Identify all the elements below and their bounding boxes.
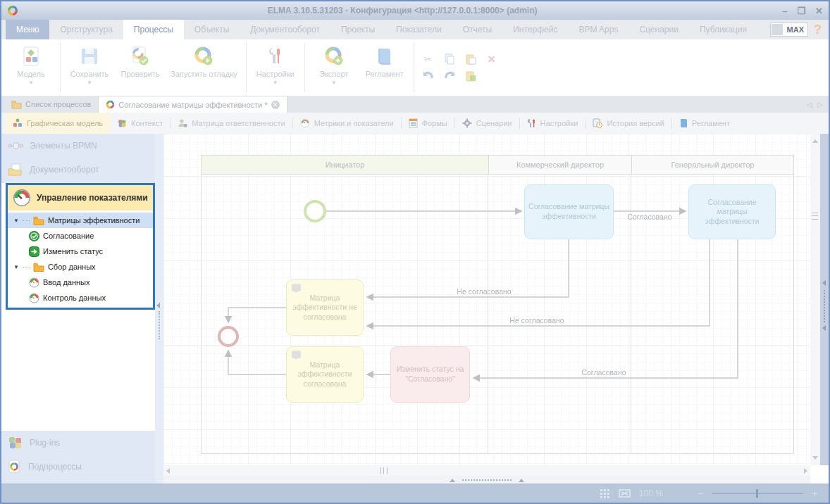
menu-button[interactable]: Меню xyxy=(6,20,49,39)
vertical-scroll-grip[interactable] xyxy=(812,213,818,220)
folder-icon xyxy=(11,100,22,109)
window-title: ELMA 3.10.5.31203 - Конфигурация <http:/… xyxy=(23,6,782,15)
tab-graphic-model[interactable]: Графическая модель xyxy=(6,113,110,134)
diagram-canvas[interactable]: Инициатор Коммерческий директор Генераль… xyxy=(163,134,829,484)
max-toggle[interactable]: MAX xyxy=(770,23,808,37)
tab-objects[interactable]: Объекты xyxy=(184,20,240,39)
collapse-left-icon[interactable] xyxy=(822,325,826,331)
tab-settings-view[interactable]: Настройки xyxy=(520,113,586,134)
tree-item-data-entry[interactable]: Ввод данных xyxy=(8,275,153,290)
tab-docflow[interactable]: Документооборот xyxy=(240,20,330,39)
right-panel-splitter[interactable] xyxy=(820,134,829,465)
sidebar-item-bpmn-elements[interactable]: Элементы BPMN xyxy=(1,134,163,158)
delete-icon[interactable]: ✕ xyxy=(485,53,498,65)
tab-processes[interactable]: Процессы xyxy=(123,20,184,39)
edge-label: Не согласовано xyxy=(509,316,564,325)
export-button[interactable]: Экспорт ▼ xyxy=(309,42,359,94)
scroll-right-icon[interactable] xyxy=(804,468,807,474)
tree-item-agreement[interactable]: Согласование xyxy=(8,228,153,244)
zoom-slider-handle[interactable] xyxy=(756,489,758,498)
tree-item-matrices[interactable]: ▼ Матрицы эффективности xyxy=(8,213,153,228)
sidebar: Элементы BPMN Документооборот Управление… xyxy=(1,134,163,484)
maximize-button[interactable]: ❐ xyxy=(797,6,805,16)
model-button[interactable]: Модель ▼ xyxy=(6,42,56,94)
end-event[interactable] xyxy=(218,326,239,347)
collapse-icon[interactable]: ▼ xyxy=(13,218,19,224)
start-event[interactable] xyxy=(304,200,326,222)
sidebar-item-docflow[interactable]: Документооборот xyxy=(1,158,163,182)
script-change-status[interactable]: Изменить статус на "Согласовано" xyxy=(390,346,470,403)
verify-button[interactable]: Проверить xyxy=(115,42,166,94)
export-icon xyxy=(323,44,345,68)
tree-item-data-collection[interactable]: ▼ Сбор данных xyxy=(8,259,153,275)
tab-responsibility-matrix[interactable]: Матрица ответственности xyxy=(171,113,292,134)
tab-scenarios-view[interactable]: Сценарии xyxy=(455,113,519,134)
notification-icon xyxy=(292,351,301,358)
copy-icon[interactable] xyxy=(443,53,456,65)
scroll-up-icon[interactable] xyxy=(812,139,818,143)
collapse-left-icon[interactable] xyxy=(156,303,160,308)
collapse-up-icon[interactable] xyxy=(450,479,455,482)
horizontal-scroll-grip[interactable] xyxy=(380,467,388,474)
collapse-icon[interactable]: ▼ xyxy=(13,264,19,270)
paste-icon[interactable] xyxy=(464,53,477,65)
reglament-icon xyxy=(376,44,394,68)
zoom-slider[interactable] xyxy=(712,489,803,498)
tree-item-change-status[interactable]: Изменить статус xyxy=(8,244,153,259)
help-icon[interactable]: ? xyxy=(814,23,822,37)
vertical-scrollbar[interactable] xyxy=(810,134,820,465)
sidebar-item-kpi-management[interactable]: Управление показателями xyxy=(8,185,153,210)
tab-current-process[interactable]: Согласование матрицы эффективности * ✕ xyxy=(98,96,287,113)
paste-special-icon[interactable] xyxy=(464,70,477,82)
notification-approved[interactable]: Матрица эффективности согласована xyxy=(286,346,364,403)
horizontal-scrollbar[interactable] xyxy=(163,465,810,476)
tab-indicators[interactable]: Показатели xyxy=(385,20,452,39)
ribbon-toolbar: Модель ▼ Сохранить ▼ Проверить Запустить… xyxy=(1,39,829,96)
task-approve-commercial[interactable]: Согласование матрицы эффективности xyxy=(524,184,614,239)
undo-icon[interactable] xyxy=(422,70,435,82)
grid-toggle-icon[interactable] xyxy=(600,489,610,499)
elma-process-icon xyxy=(106,100,115,109)
zoom-out-button[interactable]: − xyxy=(698,489,704,499)
run-debug-button[interactable]: Запустить отладку xyxy=(166,42,242,94)
tab-orgstructure[interactable]: Оргструктура xyxy=(49,20,123,39)
tree-item-data-control[interactable]: Контроль данных xyxy=(8,290,153,305)
menu-bar: Меню Оргструктура Процессы Объекты Докум… xyxy=(1,20,829,39)
arrow-right-chip-icon xyxy=(29,246,39,257)
redo-icon[interactable] xyxy=(443,70,456,82)
zoom-in-button[interactable]: + xyxy=(812,489,817,499)
tab-forms[interactable]: Формы xyxy=(402,113,454,134)
tab-bpm-apps[interactable]: BPM Apps xyxy=(568,20,628,39)
tab-reports[interactable]: Отчеты xyxy=(452,20,502,39)
minimize-button[interactable]: – xyxy=(782,6,787,16)
tab-process-list[interactable]: Список процессов xyxy=(4,96,98,113)
collapse-up-icon[interactable] xyxy=(519,479,524,482)
tab-scroll-left-icon[interactable]: ◁ xyxy=(807,101,812,108)
tab-reglament-view[interactable]: Регламент xyxy=(672,113,737,134)
tab-context[interactable]: Контекст xyxy=(110,113,170,134)
sidebar-item-subprocesses[interactable]: Подпроцессы xyxy=(1,455,155,479)
fit-to-screen-icon[interactable] xyxy=(619,489,631,498)
task-approve-general[interactable]: Согласование матрицы эффективности xyxy=(688,184,776,239)
scroll-down-icon[interactable] xyxy=(812,456,818,460)
tab-projects[interactable]: Проекты xyxy=(330,20,385,39)
tab-metrics[interactable]: Метрики и показатели xyxy=(293,113,401,134)
save-button[interactable]: Сохранить ▼ xyxy=(64,42,115,94)
context-gear-icon xyxy=(117,118,127,128)
sidebar-splitter[interactable] xyxy=(155,134,163,484)
settings-button[interactable]: Настройки ▼ xyxy=(250,42,301,94)
tab-scenarios[interactable]: Сценарии xyxy=(628,20,688,39)
tab-scroll-right-icon[interactable]: ▷ xyxy=(817,101,823,108)
scroll-left-icon[interactable] xyxy=(166,468,170,474)
gauge-icon xyxy=(13,189,31,207)
close-tab-icon[interactable]: ✕ xyxy=(271,101,280,109)
notification-not-approved[interactable]: Матрица эффективности не согласована xyxy=(286,279,364,336)
close-button[interactable]: ✕ xyxy=(815,6,823,16)
cut-icon[interactable]: ✂ xyxy=(422,53,435,65)
tab-publication[interactable]: Публикация xyxy=(689,20,757,39)
tab-version-history[interactable]: История версий xyxy=(586,113,671,134)
collapse-left-icon[interactable] xyxy=(822,280,826,286)
reglament-button[interactable]: Регламент xyxy=(359,42,410,94)
sidebar-item-plugins[interactable]: Plug-ins xyxy=(1,431,155,455)
tab-interface[interactable]: Интерфейс xyxy=(502,20,568,39)
